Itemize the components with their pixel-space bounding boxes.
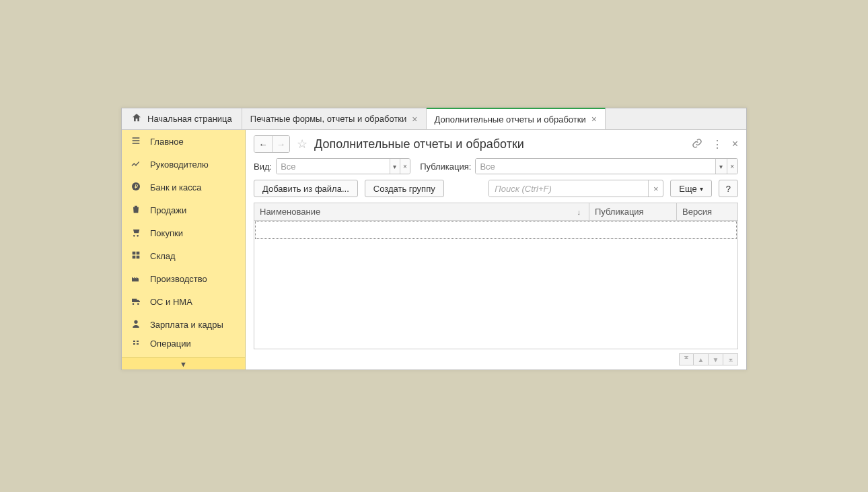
close-icon: × [653,184,659,194]
table-row[interactable] [255,221,737,239]
more-menu-button[interactable]: ⋮ [712,138,723,151]
sidebar-item-purchases[interactable]: Покупки [122,221,245,244]
search-clear-button[interactable]: × [648,180,663,197]
chevron-down-icon: ▼ [180,360,187,368]
back-button[interactable]: ← [254,136,272,152]
app-window: Начальная страница Печатные формы, отчет… [121,108,747,370]
main-pane: ← → ☆ Дополнительные отчеты и обработки … [246,130,746,370]
sidebar-item-label: Продажи [150,205,186,215]
person-icon [130,318,142,331]
sidebar-item-assets[interactable]: ОС и НМА [122,290,245,313]
sidebar-item-label: Склад [150,251,176,261]
help-button[interactable]: ? [719,180,738,197]
operations-icon [130,339,142,349]
sidebar: Главное Руководителю ₽ Банк и касса [122,130,246,370]
tab-print-forms[interactable]: Печатные формы, отчеты и обработки × [242,108,427,129]
sidebar-item-label: Зарплата и кадры [150,320,223,330]
sidebar-item-sales[interactable]: Продажи [122,199,245,221]
close-icon[interactable]: × [412,114,417,124]
filter-kind-label: Вид: [254,162,272,172]
kebab-icon: ⋮ [712,139,723,150]
close-icon: × [403,163,407,170]
close-icon[interactable]: × [591,114,597,124]
dropdown-button[interactable]: ▾ [715,159,727,174]
double-down-icon [727,355,735,364]
sidebar-item-main[interactable]: Главное [122,130,245,153]
tabs-bar: Начальная страница Печатные формы, отчет… [122,108,746,130]
grid-body[interactable] [254,221,737,349]
sidebar-item-label: ОС и НМА [150,297,192,307]
close-icon: × [732,138,738,149]
title-row: ← → ☆ Дополнительные отчеты и обработки … [254,135,738,153]
link-button[interactable] [692,138,702,151]
trend-icon [130,158,142,171]
filter-kind-combo[interactable]: ▾ × [276,158,410,174]
sidebar-item-manager[interactable]: Руководителю [122,153,245,176]
sort-down-icon: ↓ [577,208,584,216]
chevron-down-icon: ▾ [719,163,723,170]
filter-kind-input[interactable] [277,159,390,174]
data-grid: Наименование ↓ Публикация Версия [254,203,738,349]
favorite-button[interactable]: ☆ [294,137,310,151]
column-header-name[interactable]: Наименование ↓ [254,203,589,220]
tab-label: Печатные формы, отчеты и обработки [250,114,407,124]
sidebar-item-label: Производство [150,274,207,284]
sidebar-item-label: Операции [150,339,191,349]
button-label: ? [726,184,731,194]
scroll-top-button[interactable] [679,353,694,365]
filter-pub-label: Публикация: [420,162,471,172]
search-input[interactable] [489,180,648,197]
close-pane-button[interactable]: × [732,138,738,150]
column-label: Публикация [595,207,644,217]
sidebar-item-hr[interactable]: Зарплата и кадры [122,313,245,336]
sidebar-item-operations[interactable]: Операции [122,336,245,351]
button-label: Еще [679,184,696,194]
home-tab-label: Начальная страница [147,114,232,124]
more-button[interactable]: Еще ▾ [670,180,711,197]
clear-button[interactable]: × [400,159,410,174]
arrow-left-icon: ← [258,139,267,149]
grid-icon [130,250,142,262]
grid-navigation: ▲ ▼ [254,353,738,365]
sidebar-item-label: Банк и касса [150,182,202,192]
tab-additional-reports[interactable]: Дополнительные отчеты и обработки × [427,108,606,129]
truck-icon [130,295,142,308]
double-up-icon [682,355,690,364]
search-box[interactable]: × [489,180,663,197]
button-label: Создать группу [373,184,435,194]
column-header-publication[interactable]: Публикация [589,203,677,220]
sidebar-item-label: Покупки [150,228,183,238]
body: Главное Руководителю ₽ Банк и касса [122,130,746,370]
column-label: Версия [682,207,712,217]
sidebar-item-warehouse[interactable]: Склад [122,244,245,267]
ruble-icon: ₽ [130,181,142,194]
factory-icon [130,273,142,285]
dropdown-button[interactable]: ▾ [390,159,400,174]
page-title: Дополнительные отчеты и обработки [314,137,688,151]
clear-button[interactable]: × [727,159,738,174]
bag-icon [130,204,142,217]
filter-row: Вид: ▾ × Публикация: ▾ × [254,158,738,174]
toolbar: Добавить из файла... Создать группу × Ещ… [254,180,738,197]
create-group-button[interactable]: Создать группу [365,180,444,197]
triangle-up-icon: ▲ [698,356,704,363]
sidebar-item-bank[interactable]: ₽ Банк и касса [122,176,245,199]
sidebar-scroll: Главное Руководителю ₽ Банк и касса [122,130,245,357]
grid-header: Наименование ↓ Публикация Версия [254,203,737,221]
forward-button[interactable]: → [272,136,289,152]
scroll-up-button[interactable]: ▲ [694,353,709,365]
scroll-down-button[interactable]: ▼ [709,353,723,365]
button-label: Добавить из файла... [262,184,349,194]
filter-pub-combo[interactable]: ▾ × [475,158,738,174]
column-header-version[interactable]: Версия [677,203,737,220]
filter-pub-input[interactable] [476,159,715,174]
close-icon: × [730,163,734,170]
sidebar-expand-button[interactable]: ▼ [122,357,245,370]
scroll-bottom-button[interactable] [723,353,738,365]
column-label: Наименование [260,207,320,217]
menu-icon [130,135,142,148]
sidebar-item-production[interactable]: Производство [122,267,245,290]
add-from-file-button[interactable]: Добавить из файла... [254,180,358,197]
chevron-down-icon: ▾ [393,163,396,170]
home-tab[interactable]: Начальная страница [122,108,242,129]
